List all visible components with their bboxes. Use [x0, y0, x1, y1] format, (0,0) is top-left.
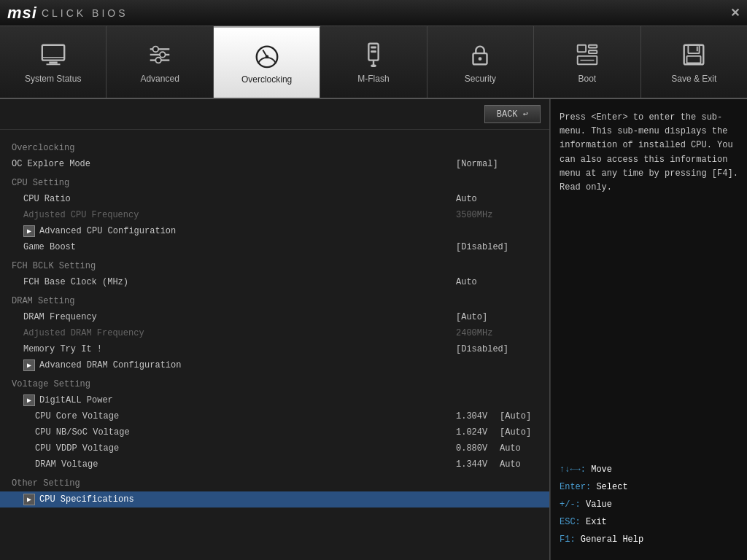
- svg-point-7: [153, 47, 159, 52]
- tab-overclocking[interactable]: Overclocking: [214, 26, 320, 98]
- cpu-nb-soc-voltage-row[interactable]: CPU NB/SoC Voltage 1.024V [Auto]: [0, 424, 549, 440]
- tab-system-status[interactable]: System Status: [0, 26, 107, 98]
- tab-system-status-label: System Status: [25, 74, 81, 84]
- oc-explore-mode-value: [Normal]: [450, 159, 538, 169]
- cpu-core-voltage-label: CPU Core Voltage: [35, 411, 450, 421]
- dram-voltage-val2: Auto: [494, 459, 538, 470]
- cpu-ratio-value: Auto: [450, 194, 538, 204]
- fch-base-clock-value: Auto: [450, 277, 538, 287]
- cpu-core-voltage-val1: 1.304V: [450, 411, 494, 421]
- adjusted-cpu-freq-label: Adjusted CPU Frequency: [23, 210, 450, 220]
- dram-setting-header: DRAM Setting: [0, 290, 549, 309]
- value-desc: Value: [581, 499, 612, 510]
- adjusted-dram-freq-row: Adjusted DRAM Frequency 2400MHz: [0, 325, 549, 341]
- tab-boot[interactable]: Boot: [534, 26, 640, 98]
- tab-advanced-label: Advanced: [140, 74, 179, 84]
- advanced-cpu-config-row[interactable]: ▶ Advanced CPU Configuration: [0, 223, 549, 239]
- dram-frequency-row[interactable]: DRAM Frequency [Auto]: [0, 309, 549, 325]
- fch-bclk-header: FCH BCLK Setting: [0, 255, 549, 274]
- enter-desc: Select: [591, 482, 627, 492]
- help-text: Press <Enter> to enter the sub-menu. Thi…: [560, 111, 738, 195]
- esc-key: ESC:: [560, 517, 581, 527]
- f1-desc: General Help: [576, 534, 644, 545]
- back-button[interactable]: BACK ↩: [484, 105, 541, 123]
- move-key: ↑↓←→:: [560, 464, 586, 475]
- msi-logo: msi: [7, 4, 37, 23]
- svg-point-9: [155, 58, 161, 63]
- tab-m-flash[interactable]: M-Flash: [320, 26, 427, 98]
- cpu-ratio-row[interactable]: CPU Ratio Auto: [0, 191, 549, 207]
- key-hint-f1: F1: General Help: [560, 531, 738, 548]
- gauge-icon: [252, 41, 282, 70]
- tab-advanced[interactable]: Advanced: [107, 26, 213, 98]
- adjusted-dram-freq-value: 2400MHz: [450, 328, 538, 338]
- settings-scroll[interactable]: Overclocking OC Explore Mode [Normal] CP…: [0, 130, 549, 560]
- svg-point-19: [479, 57, 482, 61]
- cpu-nb-soc-voltage-val2: [Auto]: [494, 427, 538, 438]
- cpu-vddp-voltage-label: CPU VDDP Voltage: [35, 443, 450, 454]
- svg-rect-22: [589, 50, 597, 53]
- key-hint-enter: Enter: Select: [560, 478, 738, 496]
- help-panel: Press <Enter> to enter the sub-menu. Thi…: [550, 99, 747, 560]
- submenu-arrow-power-icon: ▶: [23, 394, 35, 406]
- enter-key: Enter:: [560, 482, 591, 492]
- cpu-vddp-voltage-val2: Auto: [494, 443, 538, 454]
- back-row: BACK ↩: [0, 99, 549, 130]
- f1-key: F1:: [560, 534, 576, 545]
- dram-frequency-label: DRAM Frequency: [23, 312, 450, 322]
- adjusted-cpu-freq-row: Adjusted CPU Frequency 3500MHz: [0, 207, 549, 223]
- game-boost-row[interactable]: Game Boost [Disabled]: [0, 239, 549, 255]
- sliders-icon: [145, 40, 174, 69]
- memory-try-it-row[interactable]: Memory Try It ! [Disabled]: [0, 341, 549, 357]
- fch-base-clock-row[interactable]: FCH Base Clock (MHz) Auto: [0, 274, 549, 290]
- key-hints: ↑↓←→: Move Enter: Select +/-: Value ESC:…: [560, 461, 738, 548]
- digitall-power-row[interactable]: ▶ DigitALL Power: [0, 392, 549, 408]
- advanced-dram-config-label: Advanced DRAM Configuration: [39, 360, 538, 370]
- voltage-setting-header: Voltage Setting: [0, 373, 549, 392]
- cpu-specifications-row[interactable]: ▶ CPU Specifications: [0, 491, 549, 508]
- svg-rect-1: [49, 62, 57, 64]
- advanced-dram-config-row[interactable]: ▶ Advanced DRAM Configuration: [0, 357, 549, 373]
- cpu-core-voltage-row[interactable]: CPU Core Voltage 1.304V [Auto]: [0, 408, 549, 424]
- esc-desc: Exit: [581, 517, 607, 527]
- dram-frequency-value: [Auto]: [450, 312, 538, 322]
- key-hint-move: ↑↓←→: Move: [560, 461, 738, 478]
- power-icon: [573, 40, 602, 69]
- submenu-arrow-dram-icon: ▶: [23, 359, 35, 371]
- cpu-setting-header: CPU Setting: [0, 172, 549, 191]
- cpu-vddp-voltage-row[interactable]: CPU VDDP Voltage 0.880V Auto: [0, 440, 549, 456]
- dram-voltage-val1: 1.344V: [450, 459, 494, 470]
- adjusted-cpu-freq-value: 3500MHz: [450, 210, 538, 220]
- digitall-power-label: DigitALL Power: [39, 395, 538, 405]
- svg-point-17: [371, 64, 376, 67]
- value-key: +/-:: [560, 499, 581, 510]
- section-title: Overclocking: [0, 137, 549, 156]
- oc-explore-mode-label: OC Explore Mode: [12, 159, 450, 169]
- cpu-specifications-label: CPU Specifications: [39, 494, 538, 505]
- cpu-vddp-voltage-val1: 0.880V: [450, 443, 494, 454]
- cpu-nb-soc-voltage-label: CPU NB/SoC Voltage: [35, 427, 450, 438]
- game-boost-label: Game Boost: [23, 242, 450, 252]
- svg-point-12: [265, 55, 268, 59]
- advanced-cpu-config-label: Advanced CPU Configuration: [39, 226, 538, 236]
- oc-explore-mode-row[interactable]: OC Explore Mode [Normal]: [0, 156, 549, 172]
- cpu-core-voltage-val2: [Auto]: [494, 411, 538, 421]
- tab-security[interactable]: Security: [427, 26, 534, 98]
- dram-voltage-row[interactable]: DRAM Voltage 1.344V Auto: [0, 456, 549, 472]
- tab-boot-label: Boot: [578, 74, 596, 84]
- adjusted-dram-freq-label: Adjusted DRAM Frequency: [23, 328, 450, 338]
- cpu-ratio-label: CPU Ratio: [23, 194, 450, 204]
- svg-rect-2: [46, 63, 60, 65]
- svg-rect-28: [697, 47, 698, 52]
- main-content: BACK ↩ Overclocking OC Explore Mode [Nor…: [0, 99, 747, 560]
- settings-panel: BACK ↩ Overclocking OC Explore Mode [Nor…: [0, 99, 550, 560]
- other-setting-header: Other Setting: [0, 472, 549, 491]
- close-button[interactable]: ✕: [730, 6, 740, 20]
- tab-save-exit-label: Save & Exit: [671, 74, 716, 84]
- svg-rect-27: [687, 56, 701, 63]
- svg-rect-15: [371, 50, 376, 52]
- tab-save-exit[interactable]: Save & Exit: [641, 26, 747, 98]
- svg-rect-21: [589, 45, 597, 48]
- tab-m-flash-label: M-Flash: [357, 74, 389, 84]
- key-hint-esc: ESC: Exit: [560, 513, 738, 531]
